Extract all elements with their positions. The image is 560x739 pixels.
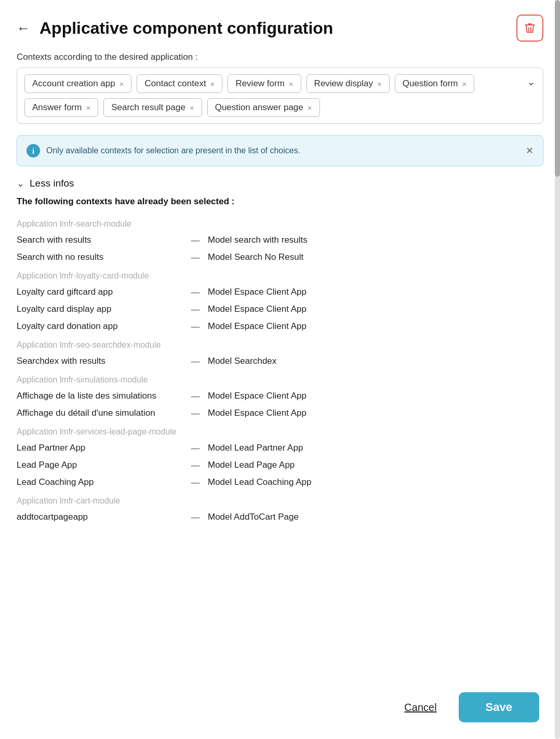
app-group: Application lmfr-seo-searchdex-module Se…	[17, 336, 543, 370]
delete-button[interactable]	[516, 15, 543, 42]
contexts-label: Contexts according to the desired applic…	[0, 52, 560, 68]
context-row: Search with results — Model search with …	[17, 232, 543, 249]
context-model: Model Search No Result	[208, 252, 543, 262]
app-group-name: Application lmfr-search-module	[17, 215, 543, 232]
page-title: Applicative component configuration	[39, 19, 333, 38]
less-infos-toggle[interactable]: ⌄ Less infos	[0, 166, 560, 194]
info-banner: i Only available contexts for selection …	[17, 135, 543, 166]
context-dash: —	[183, 287, 208, 298]
info-icon: i	[26, 144, 40, 157]
chevron-up-icon: ⌄	[17, 178, 24, 189]
tag-label: Review form	[235, 78, 284, 89]
context-name: Lead Coaching App	[17, 477, 183, 487]
context-dash: —	[183, 460, 208, 471]
contexts-list: Application lmfr-search-module Search wi…	[0, 215, 560, 678]
app-group-name: Application lmfr-simulations-module	[17, 371, 543, 388]
context-row: Lead Coaching App — Model Lead Coaching …	[17, 474, 543, 491]
tag-close-icon[interactable]: ×	[190, 104, 194, 112]
context-name: Loyalty card donation app	[17, 321, 183, 332]
header-left: ← Applicative component configuration	[17, 19, 333, 38]
context-name: Loyalty card giftcard app	[17, 287, 183, 297]
tag: Account creation app×	[24, 74, 131, 93]
app-group-name: Application lmfr-loyalty-card-module	[17, 267, 543, 284]
context-dash: —	[183, 304, 208, 315]
tag-label: Answer form	[32, 102, 82, 113]
app-group-name: Application lmfr-services-lead-page-modu…	[17, 423, 543, 440]
less-infos-label: Less infos	[30, 178, 74, 189]
context-row: Search with no results — Model Search No…	[17, 249, 543, 266]
context-dash: —	[183, 477, 208, 488]
tag-close-icon[interactable]: ×	[289, 80, 294, 88]
context-model: Model Espace Client App	[208, 287, 543, 297]
context-model: Model Espace Client App	[208, 304, 543, 314]
context-dash: —	[183, 443, 208, 454]
context-model: Model Lead Coaching App	[208, 477, 543, 487]
tag-label: Question form	[403, 78, 458, 89]
context-row: Lead Page App — Model Lead Page App	[17, 457, 543, 474]
context-model: Model Espace Client App	[208, 321, 543, 332]
context-row: Affichage du détail d'une simulation — M…	[17, 405, 543, 422]
context-dash: —	[183, 408, 208, 419]
tag-close-icon[interactable]: ×	[308, 104, 312, 112]
context-name: Loyalty card display app	[17, 304, 183, 314]
context-dash: —	[183, 512, 208, 523]
footer: Cancel Save	[0, 678, 560, 739]
tag-close-icon[interactable]: ×	[86, 104, 90, 112]
tag-close-icon[interactable]: ×	[462, 80, 467, 88]
app-group: Application lmfr-loyalty-card-module Loy…	[17, 267, 543, 335]
page-container: ← Applicative component configuration Co…	[0, 0, 560, 739]
tag: Question form×	[395, 74, 475, 93]
context-model: Model search with results	[208, 235, 543, 245]
context-model: Model Lead Partner App	[208, 443, 543, 453]
context-name: Affichage de la liste des simulations	[17, 391, 183, 401]
app-group: Application lmfr-cart-module addtocartpa…	[17, 492, 543, 526]
save-button[interactable]: Save	[459, 692, 539, 722]
tag-label: Contact context	[144, 78, 206, 89]
app-group-name: Application lmfr-cart-module	[17, 492, 543, 509]
back-button[interactable]: ←	[17, 21, 30, 35]
app-group: Application lmfr-simulations-module Affi…	[17, 371, 543, 422]
context-row: Searchdex with results — Model Searchdex	[17, 353, 543, 370]
context-name: addtocartpageapp	[17, 512, 183, 522]
tag: Contact context×	[137, 74, 222, 93]
tags-container: Account creation app×Contact context×Rev…	[17, 68, 543, 124]
context-dash: —	[183, 252, 208, 263]
context-name: Search with no results	[17, 252, 183, 262]
context-row: Lead Partner App — Model Lead Partner Ap…	[17, 440, 543, 457]
scrollbar-thumb[interactable]	[555, 0, 560, 177]
tag-label: Search result page	[111, 102, 185, 113]
scrollbar[interactable]	[555, 0, 560, 739]
context-dash: —	[183, 235, 208, 246]
context-row: Loyalty card display app — Model Espace …	[17, 301, 543, 318]
tag-close-icon[interactable]: ×	[210, 80, 215, 88]
info-banner-close[interactable]: ✕	[526, 145, 534, 156]
context-dash: —	[183, 321, 208, 332]
context-dash: —	[183, 391, 208, 402]
tag-label: Review display	[314, 78, 373, 89]
tag: Review display×	[306, 74, 390, 93]
context-row: addtocartpageapp — Model AddToCart Page	[17, 509, 543, 526]
tag-label: Account creation app	[32, 78, 115, 89]
context-name: Lead Partner App	[17, 443, 183, 453]
context-model: Model Espace Client App	[208, 408, 543, 418]
context-name: Affichage du détail d'une simulation	[17, 408, 183, 418]
already-selected-label: The following contexts have already been…	[0, 194, 560, 215]
header: ← Applicative component configuration	[0, 0, 560, 52]
tag-close-icon[interactable]: ×	[377, 80, 382, 88]
tag-close-icon[interactable]: ×	[119, 80, 124, 88]
tag: Answer form×	[24, 98, 98, 117]
tag-label: Question answer page	[215, 102, 303, 113]
cancel-button[interactable]: Cancel	[395, 696, 446, 719]
dropdown-arrow-icon[interactable]: ⌄	[527, 75, 536, 88]
tag: Review form×	[228, 74, 301, 93]
app-group: Application lmfr-search-module Search wi…	[17, 215, 543, 266]
app-group: Application lmfr-services-lead-page-modu…	[17, 423, 543, 491]
app-group-name: Application lmfr-seo-searchdex-module	[17, 336, 543, 353]
context-name: Search with results	[17, 235, 183, 245]
tag: Question answer page×	[207, 98, 320, 117]
context-name: Lead Page App	[17, 460, 183, 470]
context-model: Model AddToCart Page	[208, 512, 543, 522]
context-row: Loyalty card giftcard app — Model Espace…	[17, 284, 543, 301]
info-banner-text: Only available contexts for selection ar…	[46, 146, 300, 155]
context-row: Affichage de la liste des simulations — …	[17, 388, 543, 405]
